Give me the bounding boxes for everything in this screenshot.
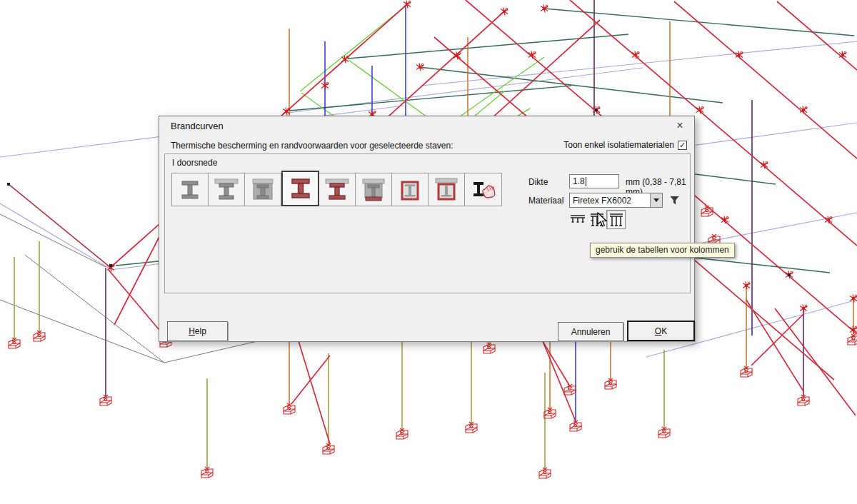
isolation-checkbox[interactable]: ✓: [678, 141, 687, 150]
fire-table-beams-button[interactable]: [568, 210, 587, 229]
protection-pick-manually-button[interactable]: [465, 173, 501, 206]
protection-encased-slab-button[interactable]: [245, 173, 281, 206]
protection-hollow-box-slab-button[interactable]: [428, 173, 465, 206]
isolation-filter: Toon enkel isolatiematerialen ✓: [563, 140, 687, 150]
app-viewport: Brandcurven × Thermische bescherming en …: [0, 0, 857, 504]
material-dropdown[interactable]: Firetex FX6002: [569, 193, 663, 208]
box-protection-slab-icon: [432, 176, 461, 203]
dialog-title: Brandcurven: [171, 121, 224, 131]
protection-contour-button[interactable]: [281, 171, 319, 206]
i-beam-contour-slab-icon: [323, 176, 351, 203]
mouse-cursor-icon: [597, 212, 608, 228]
thickness-label: Dikte: [528, 177, 548, 187]
protection-hollow-box-button[interactable]: [392, 173, 428, 206]
groupbox-label: I doorsnede: [172, 158, 217, 168]
cancel-button[interactable]: Annuleren: [558, 322, 623, 341]
i-beam-plain-icon: [176, 176, 204, 203]
chevron-down-icon[interactable]: [650, 193, 662, 207]
i-beam-slab-icon: [212, 176, 241, 203]
protection-encased-contour-slab-button[interactable]: [356, 173, 392, 206]
protection-slab-button[interactable]: [209, 173, 245, 206]
protection-type-strip: [171, 173, 502, 206]
box-protection-icon: [396, 176, 424, 203]
thickness-value: 1.8: [573, 176, 585, 186]
i-beam-encased-icon: [249, 176, 277, 203]
checkbox-label: Toon enkel isolatiematerialen: [563, 140, 674, 150]
ok-button[interactable]: OK: [627, 321, 695, 341]
text-caret: [586, 177, 586, 186]
protection-unprotected-button[interactable]: [172, 173, 209, 206]
protection-contour-slab-button[interactable]: [319, 173, 356, 206]
tooltip: gebruik de tabellen voor kolommen: [590, 243, 735, 258]
fire-table-columns-button[interactable]: [606, 210, 626, 229]
table-tall-icon: [608, 211, 625, 228]
table-short-icon: [569, 211, 586, 228]
material-value: Firetex FX6002: [570, 196, 650, 206]
brandcurven-dialog: Brandcurven × Thermische bescherming en …: [159, 116, 695, 342]
pick-section-hand-icon: [469, 176, 498, 203]
i-beam-contour-red-icon: [286, 175, 315, 202]
material-label: Materiaal: [528, 196, 563, 206]
close-icon[interactable]: ×: [671, 119, 688, 133]
dialog-titlebar[interactable]: Brandcurven ×: [159, 116, 694, 135]
i-section-groupbox: I doorsnede: [164, 153, 691, 293]
header-row: Thermische bescherming en randvoorwaarde…: [159, 141, 694, 153]
help-button[interactable]: Help: [167, 321, 228, 341]
filter-icon[interactable]: [669, 196, 680, 206]
thickness-input[interactable]: 1.8: [569, 174, 619, 188]
header-label: Thermische bescherming en randvoorwaarde…: [171, 141, 453, 151]
i-beam-encased-red-flange-icon: [359, 176, 388, 203]
